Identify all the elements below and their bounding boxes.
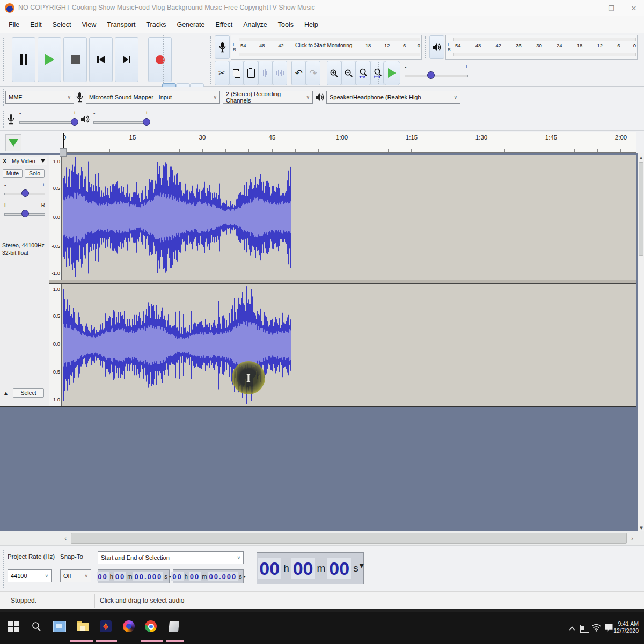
playback-volume-slider[interactable]: - +: [93, 111, 150, 129]
horizontal-scrollbar[interactable]: ‹ ›: [0, 531, 644, 545]
redo-button[interactable]: ↷: [306, 61, 320, 85]
monitor-hint[interactable]: Click to Start Monitoring: [295, 42, 352, 48]
playback-device-select[interactable]: Speaker/Headphone (Realtek High∨: [326, 91, 460, 104]
menu-edit[interactable]: Edit: [25, 21, 47, 28]
time-digits[interactable]: 00: [97, 572, 108, 581]
play-button[interactable]: [38, 37, 61, 82]
selection-end-field[interactable]: 00h00m00.000s▾: [173, 569, 244, 583]
zoom-in-button[interactable]: [327, 61, 341, 85]
toolbar-grip[interactable]: [3, 38, 6, 80]
selection-start-field[interactable]: 00h00m00.000s▾: [98, 569, 170, 583]
close-button[interactable]: ✕: [625, 1, 643, 16]
play-at-speed-button[interactable]: [383, 62, 400, 84]
fit-selection-button[interactable]: [356, 61, 370, 85]
menu-help[interactable]: Help: [299, 21, 324, 28]
waveform-channel-1[interactable]: [62, 155, 636, 280]
scroll-down-arrow[interactable]: ▾: [638, 524, 644, 531]
toolbar-grip[interactable]: [3, 111, 6, 128]
vertical-scroll-thumb[interactable]: [639, 162, 643, 256]
record-meter-mic-button[interactable]: [215, 35, 230, 59]
copy-button[interactable]: [229, 61, 244, 85]
menu-analyze[interactable]: Analyze: [238, 21, 272, 28]
play-meter-speaker-button[interactable]: [429, 35, 444, 59]
skip-to-end-button[interactable]: [115, 37, 138, 82]
time-digits[interactable]: 00: [327, 558, 351, 579]
audio-position-display[interactable]: 00h00m00s▾: [257, 552, 364, 584]
taskbar-search-button[interactable]: [30, 619, 43, 633]
time-digits[interactable]: 00: [291, 558, 315, 579]
skip-to-start-button[interactable]: [89, 37, 113, 82]
time-digits[interactable]: 00.000: [208, 572, 238, 581]
zoom-out-button[interactable]: [341, 61, 356, 85]
paste-button[interactable]: [244, 61, 258, 85]
menu-generate[interactable]: Generate: [171, 21, 210, 28]
scroll-left-arrow[interactable]: ‹: [61, 533, 70, 544]
slider-thumb[interactable]: [21, 210, 29, 217]
project-rate-select[interactable]: 44100∨: [8, 569, 52, 582]
time-digits[interactable]: 00: [114, 572, 126, 581]
chevron-down-icon[interactable]: ▾: [169, 574, 171, 579]
playback-meter[interactable]: LR -54 -48 -42 -36 -30 -24 -18 -12 -6 0: [445, 35, 638, 60]
toolbar-grip[interactable]: [210, 62, 213, 84]
pause-button[interactable]: [12, 37, 35, 82]
trim-audio-button[interactable]: [258, 61, 273, 85]
timeline-ruler[interactable]: 0 15 30 45 1:00 1:15 1:30 1:45 2:00: [62, 132, 636, 153]
silence-audio-button[interactable]: [273, 61, 287, 85]
selection-mode-select[interactable]: Start and End of Selection∨: [98, 551, 244, 564]
recording-channels-select[interactable]: 2 (Stereo) Recording Channels∨: [223, 91, 313, 104]
horizontal-scroll-thumb[interactable]: [71, 533, 627, 544]
audio-host-select[interactable]: MME∨: [5, 91, 74, 104]
track-pan-slider[interactable]: L R: [4, 202, 45, 219]
undo-button[interactable]: ↶: [291, 61, 306, 85]
solo-button[interactable]: Solo: [25, 169, 45, 178]
menu-transport[interactable]: Transport: [101, 21, 141, 28]
taskbar-app-mail[interactable]: [53, 619, 67, 633]
scroll-right-arrow[interactable]: ›: [628, 533, 636, 544]
track-title-menu[interactable]: My Video: [10, 157, 47, 165]
toolbar-grip[interactable]: [425, 36, 428, 58]
taskbar-firefox[interactable]: [122, 619, 136, 633]
menu-effect[interactable]: Effect: [210, 21, 238, 28]
minimize-button[interactable]: –: [579, 1, 597, 16]
menu-view[interactable]: View: [76, 21, 101, 28]
maximize-button[interactable]: ❐: [602, 1, 620, 16]
taskbar-app-gray[interactable]: [167, 619, 181, 633]
toolbar-grip[interactable]: [378, 62, 382, 84]
toolbar-grip[interactable]: [163, 35, 166, 83]
mute-button[interactable]: Mute: [3, 169, 23, 178]
time-digits[interactable]: 00: [258, 558, 281, 579]
slider-thumb[interactable]: [21, 189, 29, 197]
timeline-options-button[interactable]: [5, 134, 21, 151]
time-digits[interactable]: 00: [171, 572, 183, 581]
scroll-up-arrow[interactable]: ▴: [638, 153, 644, 161]
recording-device-select[interactable]: Microsoft Sound Mapper - Input∨: [86, 91, 220, 104]
vertical-scrollbar[interactable]: ▴ ▾: [638, 153, 644, 531]
playhead-handle[interactable]: [60, 148, 67, 157]
slider-thumb[interactable]: [71, 118, 78, 126]
menu-file[interactable]: File: [3, 21, 25, 28]
menu-tracks[interactable]: Tracks: [141, 21, 171, 28]
track-gain-slider[interactable]: - +: [4, 182, 45, 199]
chevron-down-icon[interactable]: ▾: [360, 560, 364, 570]
playback-speed-slider[interactable]: - +: [405, 65, 468, 81]
cut-button[interactable]: ✂: [215, 61, 229, 85]
track-close-button[interactable]: X: [3, 158, 6, 164]
taskbar-file-explorer[interactable]: [76, 619, 90, 633]
slider-thumb[interactable]: [143, 118, 150, 126]
start-button[interactable]: [6, 619, 20, 633]
track-select-button[interactable]: Select: [13, 388, 44, 398]
slider-thumb[interactable]: [427, 71, 435, 79]
time-digits[interactable]: 00.000: [133, 572, 163, 581]
recording-volume-slider[interactable]: - +: [19, 111, 78, 129]
stop-button[interactable]: [63, 37, 87, 82]
taskbar-app-blue-orange[interactable]: [99, 619, 113, 633]
menu-select[interactable]: Select: [47, 21, 77, 28]
snap-to-select[interactable]: Off∨: [60, 569, 91, 582]
waveform-channel-2[interactable]: [62, 284, 636, 406]
recording-meter[interactable]: LR -54 -48 -42 Click to Start Monitoring…: [231, 35, 422, 60]
toolbar-grip[interactable]: [210, 36, 213, 58]
taskbar-clock[interactable]: 9:41 AM 12/7/2020: [611, 620, 639, 634]
track-collapse-button[interactable]: ▲: [3, 390, 9, 396]
time-digits[interactable]: 00: [189, 572, 201, 581]
menu-tools[interactable]: Tools: [273, 21, 299, 28]
